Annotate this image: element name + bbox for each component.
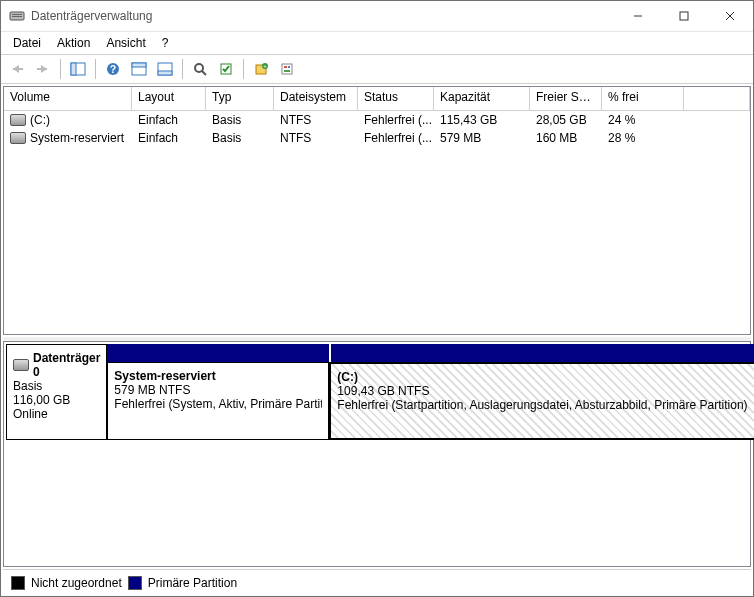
volume-layout: Einfach	[132, 130, 206, 146]
action1-button[interactable]: +	[249, 57, 273, 81]
volume-fs: NTFS	[274, 112, 358, 128]
settings-bottom-button[interactable]	[153, 57, 177, 81]
volume-list-pane: Volume Layout Typ Dateisystem Status Kap…	[3, 86, 751, 335]
content-area: Volume Layout Typ Dateisystem Status Kap…	[1, 84, 753, 596]
legend-swatch-unallocated	[11, 576, 25, 590]
app-icon	[9, 8, 25, 24]
volume-icon	[10, 132, 26, 144]
rescan-button[interactable]	[214, 57, 238, 81]
partition-status: Fehlerfrei (Startpartition, Auslagerungs…	[337, 398, 747, 412]
show-hide-tree-button[interactable]	[66, 57, 90, 81]
window-title: Datenträgerverwaltung	[31, 9, 615, 23]
svg-line-18	[202, 71, 206, 75]
svg-rect-14	[132, 63, 146, 67]
partition-header-bar	[107, 344, 754, 362]
partition-box-c[interactable]: (C:) 109,43 GB NTFS Fehlerfrei (Startpar…	[329, 362, 754, 440]
svg-text:?: ?	[110, 64, 116, 75]
partitions-container: System-reserviert 579 MB NTFS Fehlerfrei…	[107, 344, 754, 440]
minimize-button[interactable]	[615, 1, 661, 31]
menu-action[interactable]: Aktion	[49, 34, 98, 52]
disk-state: Online	[13, 407, 100, 421]
volume-pct: 28 %	[602, 130, 684, 146]
svg-point-17	[195, 64, 203, 72]
legend: Nicht zugeordnet Primäre Partition	[3, 569, 751, 596]
svg-rect-24	[284, 66, 287, 68]
partition-body: System-reserviert 579 MB NTFS Fehlerfrei…	[107, 362, 754, 440]
partition-header-seg	[107, 344, 331, 362]
disk-icon	[13, 359, 29, 371]
toolbar-separator	[182, 59, 183, 79]
volume-type: Basis	[206, 112, 274, 128]
svg-rect-25	[288, 66, 290, 68]
col-spacer	[684, 87, 750, 110]
disk-graphical-pane: Datenträger 0 Basis 116,00 GB Online Sys…	[3, 341, 751, 567]
partition-name: System-reserviert	[114, 369, 322, 383]
volume-free: 160 MB	[530, 130, 602, 146]
col-free[interactable]: Freier Sp...	[530, 87, 602, 110]
svg-rect-2	[12, 16, 22, 17]
volume-layout: Einfach	[132, 112, 206, 128]
col-capacity[interactable]: Kapazität	[434, 87, 530, 110]
disk-management-window: Datenträgerverwaltung Datei Aktion Ansic…	[0, 0, 754, 597]
help-button[interactable]: ?	[101, 57, 125, 81]
svg-rect-26	[284, 70, 290, 72]
volume-name: (C:)	[30, 113, 50, 127]
maximize-button[interactable]	[661, 1, 707, 31]
close-button[interactable]	[707, 1, 753, 31]
svg-rect-1	[12, 14, 22, 15]
volume-free: 28,05 GB	[530, 112, 602, 128]
disk-pane-empty	[4, 442, 750, 566]
titlebar: Datenträgerverwaltung	[1, 1, 753, 32]
legend-swatch-primary	[128, 576, 142, 590]
col-status[interactable]: Status	[358, 87, 434, 110]
partition-size: 109,43 GB NTFS	[337, 384, 747, 398]
volume-columns-header: Volume Layout Typ Dateisystem Status Kap…	[4, 87, 750, 111]
settings-top-button[interactable]	[127, 57, 151, 81]
volume-capacity: 579 MB	[434, 130, 530, 146]
volume-name: System-reserviert	[30, 131, 124, 145]
volume-status: Fehlerfrei (...	[358, 130, 434, 146]
col-pct[interactable]: % frei	[602, 87, 684, 110]
volume-status: Fehlerfrei (...	[358, 112, 434, 128]
svg-rect-23	[282, 64, 292, 74]
volume-row[interactable]: System-reserviert Einfach Basis NTFS Feh…	[4, 129, 750, 147]
menu-help[interactable]: ?	[154, 34, 177, 52]
disk-label: Datenträger 0	[33, 351, 100, 379]
refresh-button[interactable]	[188, 57, 212, 81]
toolbar-separator	[243, 59, 244, 79]
legend-label-unallocated: Nicht zugeordnet	[31, 576, 122, 590]
svg-text:+: +	[263, 63, 267, 69]
col-type[interactable]: Typ	[206, 87, 274, 110]
menubar: Datei Aktion Ansicht ?	[1, 32, 753, 55]
col-volume[interactable]: Volume	[4, 87, 132, 110]
forward-button	[31, 57, 55, 81]
legend-label-primary: Primäre Partition	[148, 576, 237, 590]
disk-type: Basis	[13, 379, 100, 393]
col-layout[interactable]: Layout	[132, 87, 206, 110]
volume-fs: NTFS	[274, 130, 358, 146]
col-filesystem[interactable]: Dateisystem	[274, 87, 358, 110]
toolbar: ? +	[1, 55, 753, 84]
back-button	[5, 57, 29, 81]
disk-size: 116,00 GB	[13, 393, 100, 407]
action2-button[interactable]	[275, 57, 299, 81]
disk-row: Datenträger 0 Basis 116,00 GB Online Sys…	[6, 344, 748, 440]
volume-pct: 24 %	[602, 112, 684, 128]
toolbar-separator	[95, 59, 96, 79]
menu-view[interactable]: Ansicht	[98, 34, 153, 52]
partition-name: (C:)	[337, 370, 747, 384]
volume-rows: (C:) Einfach Basis NTFS Fehlerfrei (... …	[4, 111, 750, 334]
partition-status: Fehlerfrei (System, Aktiv, Primäre Parti…	[114, 397, 322, 411]
volume-type: Basis	[206, 130, 274, 146]
partition-header-seg	[331, 344, 754, 362]
menu-file[interactable]: Datei	[5, 34, 49, 52]
partition-box-system-reserved[interactable]: System-reserviert 579 MB NTFS Fehlerfrei…	[107, 362, 329, 440]
partition-size: 579 MB NTFS	[114, 383, 322, 397]
volume-capacity: 115,43 GB	[434, 112, 530, 128]
disk-info[interactable]: Datenträger 0 Basis 116,00 GB Online	[6, 344, 107, 440]
svg-rect-16	[158, 71, 172, 75]
volume-row[interactable]: (C:) Einfach Basis NTFS Fehlerfrei (... …	[4, 111, 750, 129]
svg-rect-10	[71, 63, 76, 75]
svg-rect-4	[680, 12, 688, 20]
toolbar-separator	[60, 59, 61, 79]
